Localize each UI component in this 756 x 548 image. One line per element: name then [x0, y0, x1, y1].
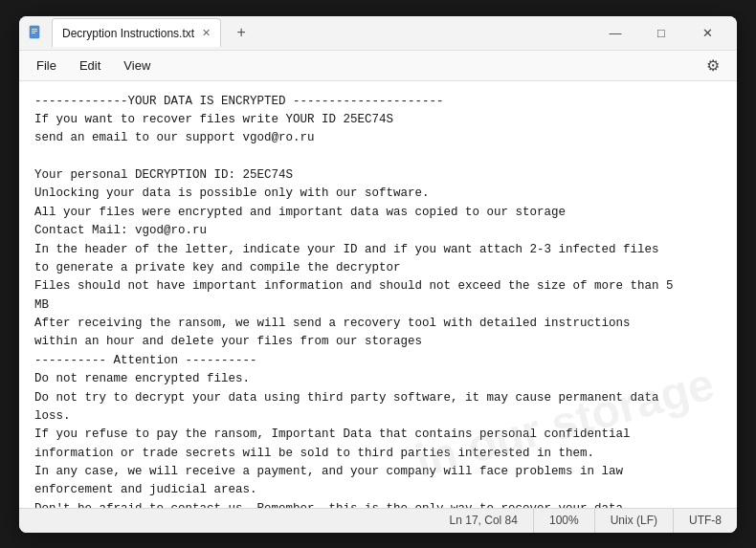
line-ending[interactable]: Unix (LF): [595, 509, 674, 533]
menu-view[interactable]: View: [114, 55, 160, 77]
title-bar: Decryption Instructions.txt ✕ + — □ ✕: [19, 16, 737, 51]
new-tab-button[interactable]: +: [229, 20, 254, 45]
menu-bar: File Edit View ⚙: [19, 51, 737, 81]
menu-edit[interactable]: Edit: [70, 55, 110, 77]
svg-rect-1: [32, 29, 37, 30]
title-bar-left: Decryption Instructions.txt ✕ +: [27, 18, 593, 47]
minimize-button[interactable]: —: [593, 18, 637, 47]
zoom-level[interactable]: 100%: [534, 509, 595, 533]
active-tab[interactable]: Decryption Instructions.txt ✕: [52, 18, 221, 47]
tab-title: Decryption Instructions.txt: [62, 27, 194, 40]
maximize-button[interactable]: □: [639, 18, 683, 47]
menu-file[interactable]: File: [27, 55, 66, 77]
svg-rect-3: [32, 33, 35, 33]
status-bar: Ln 17, Col 84 100% Unix (LF) UTF-8: [19, 508, 737, 533]
editor-area: -------------YOUR DATA IS ENCRYPTED ----…: [19, 81, 737, 508]
window-controls: — □ ✕: [593, 18, 729, 47]
text-editor[interactable]: -------------YOUR DATA IS ENCRYPTED ----…: [19, 81, 737, 508]
file-icon: [27, 24, 44, 41]
svg-rect-0: [30, 26, 39, 38]
encoding[interactable]: UTF-8: [674, 509, 737, 533]
cursor-position: Ln 17, Col 84: [434, 509, 534, 533]
svg-rect-2: [32, 31, 37, 32]
settings-icon[interactable]: ⚙: [697, 53, 729, 78]
tab-close-button[interactable]: ✕: [202, 28, 211, 38]
close-button[interactable]: ✕: [685, 18, 729, 47]
notepad-window: Decryption Instructions.txt ✕ + — □ ✕ Fi…: [19, 16, 737, 533]
